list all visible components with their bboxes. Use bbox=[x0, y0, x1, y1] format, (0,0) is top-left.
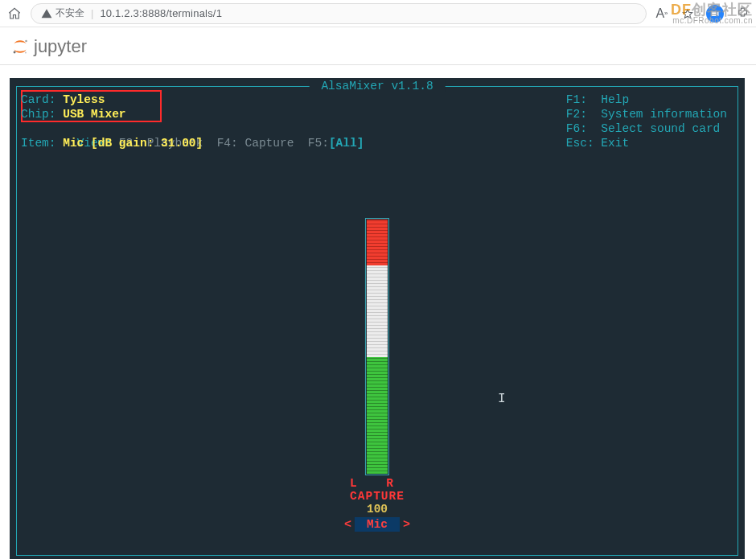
f1-label: Help bbox=[601, 93, 629, 106]
item-label: Item: bbox=[21, 137, 63, 150]
read-aloud-icon[interactable]: A» bbox=[655, 6, 669, 21]
mixer-channel[interactable]: L R CAPTURE 100 < Mic > bbox=[344, 218, 410, 532]
view-f4[interactable]: F4: Capture bbox=[217, 137, 294, 150]
extensions-icon[interactable] bbox=[735, 6, 750, 21]
channel-selector[interactable]: < Mic > bbox=[344, 517, 410, 532]
toolbar-icons: A» bbox=[655, 5, 750, 23]
prev-channel-arrow[interactable]: < bbox=[344, 518, 351, 532]
app-title: AlsaMixer v1.1.8 bbox=[310, 80, 446, 92]
svg-point-1 bbox=[14, 51, 16, 54]
svg-point-2 bbox=[25, 52, 27, 54]
separator: | bbox=[91, 7, 93, 19]
text-cursor-icon: I bbox=[498, 392, 506, 406]
next-channel-arrow[interactable]: > bbox=[403, 518, 410, 532]
address-bar[interactable]: 不安全 | 10.1.2.3:8888/terminals/1 bbox=[31, 3, 647, 24]
esc-key[interactable]: Esc: bbox=[566, 137, 602, 150]
terminal-wrap: AlsaMixer v1.1.8 Card: Tyless Chip: USB … bbox=[0, 65, 756, 559]
bar-white bbox=[367, 265, 388, 357]
chip-value: USB Mixer bbox=[63, 108, 125, 121]
item-value: Mic [dB gain: 31.00] bbox=[63, 137, 203, 150]
browser-toolbar: 不安全 | 10.1.2.3:8888/terminals/1 A» bbox=[0, 0, 756, 27]
svg-point-0 bbox=[25, 40, 27, 43]
jupyter-name: jupyter bbox=[34, 36, 87, 57]
jupyter-header: jupyter bbox=[0, 27, 756, 64]
home-button[interactable] bbox=[6, 6, 23, 22]
terminal[interactable]: AlsaMixer v1.1.8 Card: Tyless Chip: USB … bbox=[10, 78, 745, 559]
insecure-badge: 不安全 bbox=[41, 6, 84, 20]
esc-label: Exit bbox=[601, 137, 629, 150]
favorite-icon[interactable] bbox=[680, 6, 695, 21]
volume-bar[interactable] bbox=[365, 218, 389, 475]
help-panel: F1: Help F2: System information F6: Sele… bbox=[566, 92, 727, 150]
view-f5-val: [All] bbox=[329, 137, 364, 150]
jupyter-logo[interactable]: jupyter bbox=[11, 36, 87, 57]
bar-green bbox=[367, 357, 388, 474]
bar-red bbox=[367, 220, 388, 265]
view-f5-key[interactable]: F5: bbox=[308, 137, 329, 150]
capture-label: CAPTURE bbox=[350, 490, 405, 503]
volume-value: 100 bbox=[367, 503, 388, 516]
card-label: Card: bbox=[21, 93, 63, 106]
f2-key[interactable]: F2: bbox=[566, 108, 602, 121]
f6-label: Select sound card bbox=[601, 122, 720, 135]
url-text: 10.1.2.3:8888/terminals/1 bbox=[100, 7, 222, 19]
insecure-label: 不安全 bbox=[55, 6, 84, 20]
f6-key[interactable]: F6: bbox=[566, 122, 602, 135]
zoom-extension-icon[interactable] bbox=[706, 5, 724, 23]
chip-label: Chip: bbox=[21, 108, 63, 121]
f2-label: System information bbox=[601, 108, 727, 121]
lr-label: L R bbox=[350, 477, 405, 490]
card-value: Tyless bbox=[63, 93, 105, 106]
f1-key[interactable]: F1: bbox=[566, 93, 602, 106]
channel-name: Mic bbox=[355, 517, 400, 532]
